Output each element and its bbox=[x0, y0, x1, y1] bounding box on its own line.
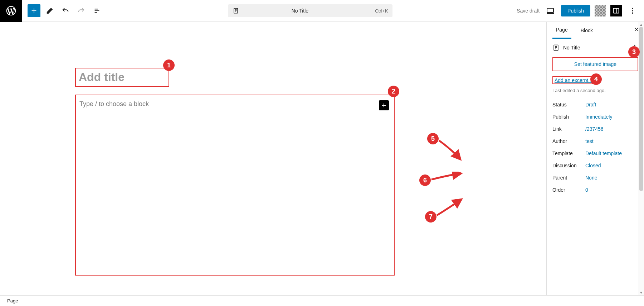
set-featured-image-link[interactable]: Set featured image bbox=[574, 61, 616, 67]
content-area[interactable]: Type / to choose a block bbox=[75, 95, 395, 276]
wordpress-logo[interactable] bbox=[0, 0, 22, 22]
annotation-1: 1 bbox=[163, 59, 175, 71]
footer-breadcrumb: Page bbox=[0, 295, 644, 306]
undo-button[interactable] bbox=[59, 4, 72, 17]
tools-button[interactable] bbox=[43, 4, 56, 17]
publish-button[interactable]: Publish bbox=[561, 5, 590, 16]
parent-label: Parent bbox=[552, 175, 585, 181]
tab-block[interactable]: Block bbox=[577, 23, 596, 38]
pencil-icon bbox=[46, 7, 54, 15]
panel-title: No Title bbox=[563, 45, 580, 51]
plus-icon bbox=[30, 7, 38, 15]
author-value[interactable]: test bbox=[585, 138, 638, 144]
annotation-6: 6 bbox=[419, 174, 431, 186]
arrow-7 bbox=[435, 197, 464, 217]
svg-point-14 bbox=[632, 10, 633, 11]
publish-label: Publish bbox=[552, 114, 585, 120]
list-view-icon bbox=[93, 7, 101, 15]
sidebar-icon bbox=[613, 7, 620, 14]
order-value[interactable]: 0 bbox=[585, 187, 638, 193]
tab-page[interactable]: Page bbox=[552, 22, 571, 39]
add-block-button[interactable] bbox=[28, 4, 40, 17]
excerpt-box: Add an excerpt... bbox=[552, 76, 595, 84]
scroll-up-icon: ▲ bbox=[638, 23, 644, 27]
svg-point-15 bbox=[632, 13, 633, 14]
discussion-label: Discussion bbox=[552, 163, 585, 168]
order-label: Order bbox=[552, 187, 585, 193]
annotation-7: 7 bbox=[425, 211, 436, 223]
inline-add-block-button[interactable] bbox=[379, 100, 389, 110]
preview-button[interactable] bbox=[544, 4, 557, 17]
template-label: Template bbox=[552, 150, 585, 156]
document-title: No Title bbox=[229, 8, 372, 14]
annotation-2: 2 bbox=[388, 86, 399, 97]
user-avatar[interactable] bbox=[595, 5, 606, 16]
redo-button[interactable] bbox=[75, 4, 88, 17]
panel-title-row: No Title bbox=[552, 44, 638, 51]
add-excerpt-link[interactable]: Add an excerpt... bbox=[555, 77, 592, 83]
vertical-scrollbar[interactable]: ▲ ▼ bbox=[638, 22, 644, 295]
status-label: Status bbox=[552, 102, 585, 107]
kebab-icon bbox=[629, 7, 636, 15]
svg-point-13 bbox=[632, 8, 633, 9]
breadcrumb-text[interactable]: Page bbox=[7, 298, 18, 303]
plus-icon bbox=[381, 102, 387, 109]
parent-value[interactable]: None bbox=[585, 175, 638, 181]
undo-icon bbox=[62, 7, 69, 15]
annotation-3: 3 bbox=[628, 46, 640, 58]
link-value[interactable]: /237456 bbox=[585, 126, 638, 132]
wordpress-icon bbox=[5, 5, 17, 16]
svg-point-24 bbox=[634, 44, 635, 46]
arrow-6 bbox=[430, 172, 463, 181]
save-draft-button[interactable]: Save draft bbox=[517, 8, 540, 14]
top-toolbar: No Title Ctrl+K Save draft Publish bbox=[0, 0, 644, 22]
template-value[interactable]: Default template bbox=[585, 150, 638, 156]
link-label: Link bbox=[552, 126, 585, 132]
annotation-4: 4 bbox=[590, 73, 602, 85]
title-input[interactable]: Add title bbox=[75, 68, 169, 87]
last-edited-text: Last edited a second ago. bbox=[552, 88, 638, 93]
featured-image-box[interactable]: Set featured image bbox=[552, 57, 638, 71]
document-title-bar[interactable]: No Title Ctrl+K bbox=[228, 4, 392, 17]
publish-value[interactable]: Immediately bbox=[585, 114, 638, 120]
editor-canvas: Add title 1 Type / to choose a block 2 5… bbox=[0, 22, 546, 295]
discussion-value[interactable]: Closed bbox=[585, 163, 638, 168]
svg-rect-9 bbox=[547, 8, 553, 13]
redo-icon bbox=[77, 7, 85, 15]
arrow-5 bbox=[437, 139, 463, 162]
scroll-down-icon: ▼ bbox=[638, 291, 644, 295]
desktop-icon bbox=[546, 6, 555, 15]
annotation-5: 5 bbox=[427, 133, 439, 144]
settings-sidebar: Page Block No Title Set fea bbox=[546, 22, 644, 295]
author-label: Author bbox=[552, 138, 585, 144]
content-placeholder: Type / to choose a block bbox=[79, 100, 149, 107]
options-button[interactable] bbox=[626, 4, 639, 17]
page-icon bbox=[552, 44, 560, 51]
shortcut-hint: Ctrl+K bbox=[375, 8, 388, 14]
document-overview-button[interactable] bbox=[91, 4, 103, 17]
settings-panel-toggle[interactable] bbox=[610, 5, 622, 16]
svg-rect-11 bbox=[614, 8, 619, 13]
status-value[interactable]: Draft bbox=[585, 102, 638, 107]
title-placeholder: Add title bbox=[79, 71, 125, 84]
page-summary-grid: Status Draft Publish Immediately Link /2… bbox=[552, 102, 638, 193]
